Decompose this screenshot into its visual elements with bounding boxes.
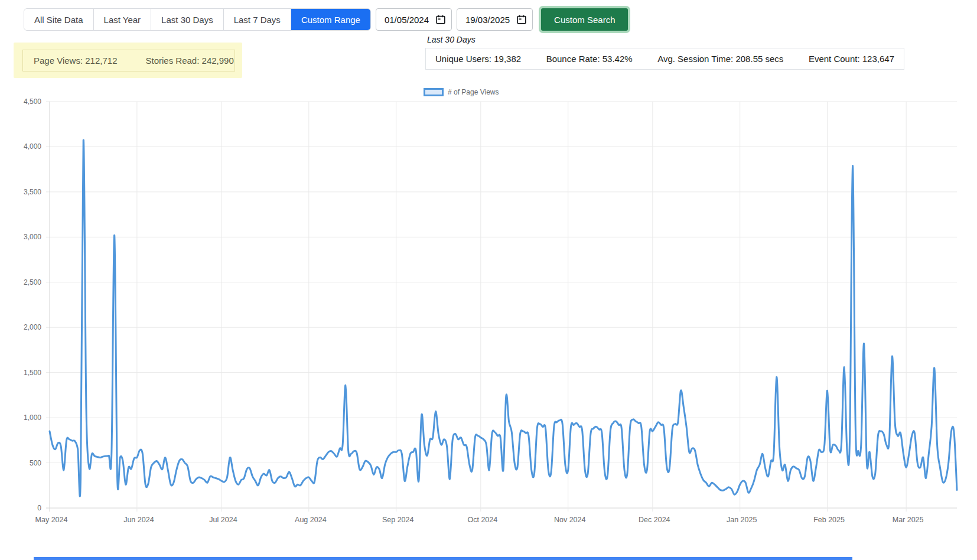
- svg-text:Feb 2025: Feb 2025: [813, 516, 845, 524]
- svg-text:1,500: 1,500: [24, 369, 41, 377]
- svg-text:Aug 2024: Aug 2024: [295, 516, 327, 524]
- svg-text:Dec 2024: Dec 2024: [639, 516, 670, 524]
- svg-text:Sep 2024: Sep 2024: [382, 516, 414, 524]
- svg-text:3,500: 3,500: [24, 188, 41, 196]
- analytics-dashboard: All Site Data Last Year Last 30 Days Las…: [0, 0, 977, 560]
- y-axis-labels: 05001,0001,5002,0002,5003,0003,5004,0004…: [24, 97, 41, 512]
- svg-text:Jan 2025: Jan 2025: [727, 516, 757, 524]
- bottom-bar: [34, 557, 852, 560]
- svg-text:Nov 2024: Nov 2024: [554, 516, 586, 524]
- page-views-line-chart: 05001,0001,5002,0002,5003,0003,5004,0004…: [0, 0, 977, 560]
- x-axis-labels: May 2024Jun 2024Jul 2024Aug 2024Sep 2024…: [35, 516, 924, 524]
- svg-text:1,000: 1,000: [24, 414, 41, 422]
- chart-series-line: [50, 140, 957, 496]
- svg-text:500: 500: [30, 459, 41, 467]
- svg-text:May 2024: May 2024: [35, 516, 68, 524]
- svg-text:3,000: 3,000: [24, 233, 41, 241]
- svg-text:2,000: 2,000: [24, 323, 41, 331]
- svg-text:4,000: 4,000: [24, 142, 41, 151]
- svg-text:Mar 2025: Mar 2025: [893, 516, 924, 524]
- svg-text:Jul 2024: Jul 2024: [209, 516, 237, 524]
- svg-text:Jun 2024: Jun 2024: [123, 516, 154, 524]
- svg-text:Oct 2024: Oct 2024: [467, 516, 497, 524]
- svg-text:4,500: 4,500: [24, 97, 41, 106]
- svg-text:0: 0: [37, 504, 41, 512]
- svg-text:2,500: 2,500: [24, 278, 41, 286]
